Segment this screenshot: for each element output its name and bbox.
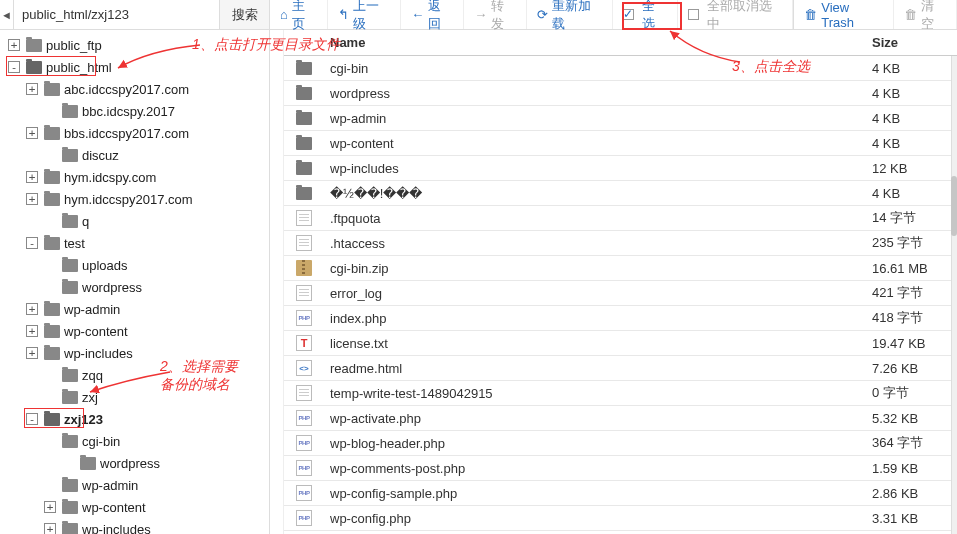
trash-icon: 🗑 [804, 7, 817, 22]
file-size: 7.26 KB [872, 361, 957, 376]
tree-item[interactable]: +hym.idcspy.com [0, 166, 269, 188]
tree-item[interactable]: discuz [0, 144, 269, 166]
expand-icon[interactable]: + [26, 303, 38, 315]
tree-item[interactable]: wp-admin [0, 474, 269, 496]
empty-trash-button[interactable]: 🗑清空 [894, 0, 957, 29]
scrollbar-thumb[interactable] [951, 176, 957, 236]
table-row[interactable]: wp-includes12 KB [284, 156, 957, 181]
collapse-icon[interactable]: - [8, 61, 20, 73]
tree-item[interactable]: +wp-includes [0, 342, 269, 364]
file-size: 5.32 KB [872, 411, 957, 426]
collapse-icon[interactable]: - [26, 413, 38, 425]
tree-item[interactable]: -test [0, 232, 269, 254]
folder-icon [62, 149, 78, 162]
collapse-icon[interactable]: - [26, 237, 38, 249]
table-row[interactable]: wordpress4 KB [284, 81, 957, 106]
table-header: Name Size [284, 30, 957, 56]
file-size: 364 字节 [872, 434, 957, 452]
table-row[interactable]: .ftpquota14 字节 [284, 206, 957, 231]
tree-item[interactable]: +abc.idccspy2017.com [0, 78, 269, 100]
doc-icon [296, 235, 312, 251]
folder-tree[interactable]: +public_ftp-public_html+abc.idccspy2017.… [0, 30, 269, 534]
table-row[interactable]: wp-config.php3.31 KB [284, 506, 957, 531]
folder-icon [296, 187, 312, 200]
tree-item[interactable]: +wp-admin [0, 298, 269, 320]
expand-icon[interactable]: + [26, 127, 38, 139]
view-trash-button[interactable]: 🗑View Trash [794, 0, 894, 29]
tree-label: wp-content [64, 324, 128, 339]
forward-button[interactable]: →转发 [464, 0, 527, 29]
table-row[interactable]: wp-comments-post.php1.59 KB [284, 456, 957, 481]
table-row[interactable]: index.php418 字节 [284, 306, 957, 331]
expand-icon[interactable]: + [26, 193, 38, 205]
table-row[interactable]: wp-admin4 KB [284, 106, 957, 131]
tree-label: zxj123 [64, 412, 103, 427]
table-row[interactable]: wp-config-sample.php2.86 KB [284, 481, 957, 506]
tree-item[interactable]: cgi-bin [0, 430, 269, 452]
expand-icon[interactable]: + [44, 501, 56, 513]
tree-item[interactable]: q [0, 210, 269, 232]
table-row[interactable]: wp-content4 KB [284, 131, 957, 156]
folder-icon [26, 61, 42, 74]
collapse-icon[interactable]: ◄ [0, 0, 14, 29]
expand-icon[interactable]: + [26, 347, 38, 359]
file-size: 418 字节 [872, 309, 957, 327]
tree-label: test [64, 236, 85, 251]
file-name: cgi-bin.zip [324, 261, 872, 276]
table-row[interactable]: license.txt19.47 KB [284, 331, 957, 356]
path-input[interactable] [14, 0, 219, 29]
tree-item[interactable]: -zxj123 [0, 408, 269, 430]
tree-item[interactable]: +bbs.idccspy2017.com [0, 122, 269, 144]
tree-item[interactable]: -public_html [0, 56, 269, 78]
tree-item[interactable]: +wp-content [0, 320, 269, 342]
tree-item[interactable]: zqq [0, 364, 269, 386]
unselect-all-button[interactable]: 全部取消选中 [678, 0, 793, 29]
txt-icon [296, 335, 312, 351]
tree-label: wp-includes [64, 346, 133, 361]
tree-item[interactable]: +public_ftp [0, 34, 269, 56]
tree-item[interactable]: uploads [0, 254, 269, 276]
search-button[interactable]: 搜索 [219, 0, 269, 29]
file-size: 1.59 KB [872, 461, 957, 476]
table-row[interactable]: temp-write-test-14890429150 字节 [284, 381, 957, 406]
home-button[interactable]: ⌂主页 [270, 0, 328, 29]
table-row[interactable]: cgi-bin4 KB [284, 56, 957, 81]
back-button[interactable]: ←返回 [401, 0, 464, 29]
table-row[interactable]: wp-blog-header.php364 字节 [284, 431, 957, 456]
folder-icon [296, 87, 312, 100]
tree-item[interactable]: bbc.idcspy.2017 [0, 100, 269, 122]
table-row[interactable]: error_log421 字节 [284, 281, 957, 306]
tree-label: hym.idcspy.com [64, 170, 156, 185]
file-size: 235 字节 [872, 234, 957, 252]
tree-label: public_html [46, 60, 112, 75]
tree-item[interactable]: wordpress [0, 276, 269, 298]
expander-blank [44, 369, 56, 381]
expand-icon[interactable]: + [44, 523, 56, 534]
tree-label: public_ftp [46, 38, 102, 53]
table-row[interactable]: wp-activate.php5.32 KB [284, 406, 957, 431]
select-all-button[interactable]: 全选 [613, 0, 678, 29]
tree-item[interactable]: +wp-content [0, 496, 269, 518]
tree-item[interactable]: +hym.idccspy2017.com [0, 188, 269, 210]
table-row[interactable]: .htaccess235 字节 [284, 231, 957, 256]
scrollbar-track[interactable] [951, 56, 957, 534]
expand-icon[interactable]: + [26, 171, 38, 183]
expand-icon[interactable]: + [8, 39, 20, 51]
up-button[interactable]: ↰上一级 [328, 0, 402, 29]
tree-item[interactable]: zxj [0, 386, 269, 408]
table-row[interactable]: readme.html7.26 KB [284, 356, 957, 381]
tree-item[interactable]: wordpress [0, 452, 269, 474]
table-row[interactable]: cgi-bin.zip16.61 MB [284, 256, 957, 281]
file-size: 12 KB [872, 161, 957, 176]
gutter [270, 30, 284, 534]
expand-icon[interactable]: + [26, 325, 38, 337]
folder-icon [44, 83, 60, 96]
tree-label: hym.idccspy2017.com [64, 192, 193, 207]
col-name[interactable]: Name [324, 35, 872, 50]
reload-button[interactable]: ⟳重新加载 [527, 0, 613, 29]
table-row[interactable]: �½��!���4 KB [284, 181, 957, 206]
col-size[interactable]: Size [872, 35, 957, 50]
tree-item[interactable]: +wp-includes [0, 518, 269, 534]
expand-icon[interactable]: + [26, 83, 38, 95]
home-icon: ⌂ [280, 7, 288, 22]
